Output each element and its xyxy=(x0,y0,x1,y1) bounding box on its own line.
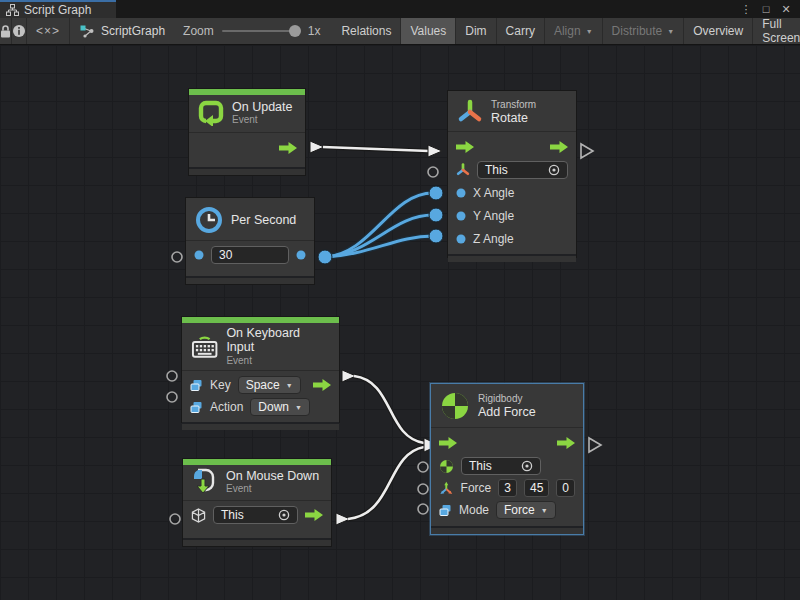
node-on-mouse-down[interactable]: On Mouse Down Event This xyxy=(182,458,332,547)
maximize-button[interactable]: □ xyxy=(758,1,774,17)
action-dropdown[interactable]: Down ▼ xyxy=(250,398,310,416)
node-footer xyxy=(189,167,305,175)
flow-input-port[interactable] xyxy=(439,437,457,449)
port-label: Action xyxy=(210,400,243,414)
value-input-port[interactable] xyxy=(456,234,466,244)
values-button[interactable]: Values xyxy=(401,18,456,44)
node-footer xyxy=(183,538,331,546)
tab-label: Script Graph xyxy=(24,3,91,17)
transform-icon xyxy=(456,163,470,177)
node-footer xyxy=(182,422,339,430)
force-x-field[interactable]: 3 xyxy=(498,479,517,497)
node-title: On Keyboard Input xyxy=(226,326,329,355)
title-bar: Script Graph ⋮ □ ✕ xyxy=(0,0,800,18)
carry-button[interactable]: Carry xyxy=(497,18,545,44)
target-object-field[interactable]: This xyxy=(477,161,568,179)
object-picker-icon[interactable] xyxy=(548,164,560,176)
dim-button[interactable]: Dim xyxy=(456,18,496,44)
rate-value-field[interactable]: 30 xyxy=(211,246,289,264)
graph-canvas[interactable]: On Update Event Transform xyxy=(0,45,800,600)
window-menu-button[interactable]: ⋮ xyxy=(738,1,754,17)
connection-keyboard-addforce[interactable] xyxy=(342,370,424,443)
info-button[interactable] xyxy=(12,18,27,44)
zoom-control: Zoom 1x xyxy=(179,18,330,44)
node-footer xyxy=(186,276,314,284)
full-screen-button[interactable]: Full Screen xyxy=(753,18,800,44)
flow-output-port[interactable] xyxy=(305,509,323,521)
mode-dropdown[interactable]: Force ▼ xyxy=(496,501,556,519)
node-subtitle: Event xyxy=(226,355,329,367)
flow-output-port[interactable] xyxy=(557,437,575,449)
tab-script-graph[interactable]: Script Graph xyxy=(0,0,116,18)
node-rotate[interactable]: Transform Rotate This xyxy=(447,90,577,258)
chevron-down-icon: ▼ xyxy=(541,507,548,514)
value-output-port[interactable] xyxy=(296,250,306,260)
object-picker-icon[interactable] xyxy=(521,460,533,472)
window-controls: ⋮ □ ✕ xyxy=(738,0,800,18)
zoom-label: Zoom xyxy=(183,24,214,38)
node-title: On Mouse Down xyxy=(226,469,319,483)
value-input-port[interactable] xyxy=(194,250,204,260)
flow-output-port[interactable] xyxy=(550,141,568,153)
close-button[interactable]: ✕ xyxy=(778,1,794,17)
gameobject-icon xyxy=(191,508,206,523)
force-z-field[interactable]: 0 xyxy=(556,479,575,497)
chevron-down-icon: ▼ xyxy=(286,382,293,389)
on-update-icon xyxy=(198,100,224,126)
relations-button[interactable]: Relations xyxy=(332,18,401,44)
script-graph-icon xyxy=(80,25,95,38)
node-title: Per Second xyxy=(231,213,296,227)
port-label: X Angle xyxy=(473,186,514,200)
keyboard-icon xyxy=(191,333,218,359)
flow-output-port[interactable] xyxy=(313,379,331,391)
transform-icon xyxy=(457,99,483,125)
flow-input-port[interactable] xyxy=(456,141,474,153)
enum-icon xyxy=(439,504,452,517)
connection-onupdate-rotate[interactable] xyxy=(310,141,442,157)
connections-layer xyxy=(0,45,800,600)
flow-output-port[interactable] xyxy=(279,142,297,154)
rigidbody-icon xyxy=(439,459,454,474)
enum-icon xyxy=(190,379,203,392)
node-category: Rigidbody xyxy=(478,393,536,405)
zoom-slider-handle[interactable] xyxy=(289,25,301,37)
node-footer xyxy=(448,254,576,262)
port-label: Z Angle xyxy=(473,232,514,246)
object-picker-icon[interactable] xyxy=(278,509,290,521)
target-object-field[interactable]: This xyxy=(461,457,541,475)
value-input-port[interactable] xyxy=(456,188,466,198)
align-button[interactable]: Align ▼ xyxy=(545,18,603,44)
code-view-button[interactable]: <×> xyxy=(27,18,70,44)
key-dropdown[interactable]: Space ▼ xyxy=(238,376,301,394)
node-footer xyxy=(431,526,583,534)
chevron-down-icon: ▼ xyxy=(586,28,593,35)
node-add-force[interactable]: Rigidbody Add Force This xyxy=(430,383,584,535)
toolbar-buttons: Relations Values Dim Carry Align ▼ Distr… xyxy=(332,18,800,44)
force-y-field[interactable]: 45 xyxy=(524,479,549,497)
overview-button[interactable]: Overview xyxy=(684,18,753,44)
graph-toolbar: <×> ScriptGraph Zoom 1x Relations Values… xyxy=(0,18,800,45)
chevron-down-icon: ▼ xyxy=(667,28,674,35)
node-title: Rotate xyxy=(491,111,536,125)
graph-name: ScriptGraph xyxy=(70,18,179,44)
target-object-field[interactable]: This xyxy=(213,506,298,524)
value-input-port[interactable] xyxy=(456,211,466,221)
connection-persecond-angles[interactable] xyxy=(318,186,443,264)
distribute-button[interactable]: Distribute ▼ xyxy=(603,18,685,44)
script-graph-window: Script Graph ⋮ □ ✕ <×> xyxy=(0,0,800,600)
lock-button[interactable] xyxy=(0,18,12,44)
port-label: Key xyxy=(210,378,231,392)
node-on-update[interactable]: On Update Event xyxy=(188,88,306,176)
connection-mouse-addforce[interactable] xyxy=(336,438,439,525)
flow-continuation-indicators xyxy=(581,144,601,452)
zoom-slider[interactable] xyxy=(222,30,300,32)
clock-icon xyxy=(195,206,223,234)
node-per-second[interactable]: Per Second 30 xyxy=(185,197,315,285)
port-label: Y Angle xyxy=(473,209,514,223)
enum-icon xyxy=(190,401,203,414)
chevron-down-icon: ▼ xyxy=(295,404,302,411)
node-on-keyboard-input[interactable]: On Keyboard Input Event Key Space ▼ xyxy=(181,316,340,423)
hierarchy-icon xyxy=(6,4,19,16)
info-icon xyxy=(12,24,26,38)
port-label: Force xyxy=(461,481,492,495)
